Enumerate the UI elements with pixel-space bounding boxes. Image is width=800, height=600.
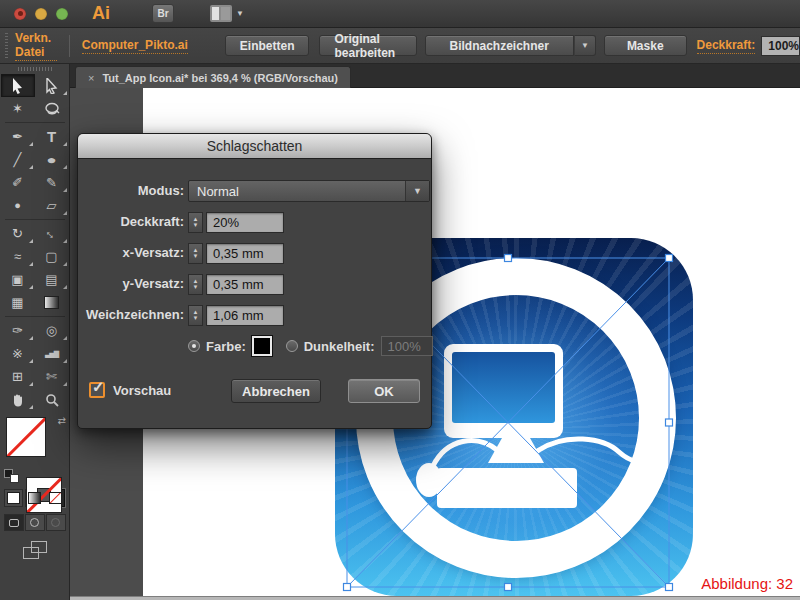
modus-value: Normal: [189, 184, 405, 199]
tool-free-transform[interactable]: ▢: [35, 245, 69, 268]
tools-panel: ✶ ✒ T ╱ ● ✐ ✎ ● ▱ ↻ ↔ ≈ ▢ ▣ ▤ ▦: [0, 64, 70, 600]
lasso-icon: [44, 102, 60, 116]
tool-column-graph[interactable]: ▃▅▇: [35, 342, 69, 365]
deckkraft-label: Deckkraft:: [78, 214, 184, 229]
chevron-down-icon: ▼: [236, 9, 244, 18]
tool-scale[interactable]: ↔: [35, 222, 69, 245]
tool-type[interactable]: T: [35, 125, 69, 148]
control-bar: Verkn. Datei Computer_Pikto.ai Einbetten…: [0, 28, 800, 64]
weichzeichnen-stepper[interactable]: ▲ ▼: [188, 305, 203, 326]
figure-caption: Abbildung: 32: [648, 575, 793, 592]
tool-slice[interactable]: ✄: [35, 365, 69, 388]
cancel-button[interactable]: Abbrechen: [231, 379, 321, 403]
tool-magic-wand[interactable]: ✶: [1, 97, 35, 120]
tool-rotate[interactable]: ↻: [1, 222, 35, 245]
draw-inside-button[interactable]: [46, 514, 66, 531]
image-trace-combo: Bildnachzeichner ▼: [425, 35, 596, 56]
tool-symbol-sprayer[interactable]: ※: [1, 342, 35, 365]
dunkelheit-label: Dunkelheit:: [304, 339, 375, 354]
tool-pencil[interactable]: ✎: [35, 171, 69, 194]
panel-grip-icon[interactable]: [5, 33, 8, 59]
tool-direct-selection[interactable]: [35, 74, 69, 97]
tool-line-segment[interactable]: ╱: [1, 148, 35, 171]
tool-eyedropper[interactable]: ✑: [1, 319, 35, 342]
farbe-radio[interactable]: [188, 340, 200, 352]
draw-normal-button[interactable]: [4, 514, 24, 531]
tool-blob-brush[interactable]: ●: [1, 194, 35, 217]
swap-fill-stroke-icon[interactable]: ⇄: [58, 415, 66, 426]
tool-perspective-grid[interactable]: ▤: [35, 268, 69, 291]
stepper-down-icon[interactable]: ▼: [193, 284, 199, 290]
tool-shape-builder[interactable]: ▣: [1, 268, 35, 291]
vorschau-checkbox[interactable]: ✓: [89, 382, 105, 398]
stepper-down-icon[interactable]: ▼: [193, 222, 199, 228]
toolbar-grip-icon[interactable]: [0, 64, 69, 74]
ok-button[interactable]: OK: [348, 379, 420, 403]
weichzeichnen-field[interactable]: 1,06 mm: [206, 305, 284, 326]
illustrator-window: Ai Br ▼ Verkn. Datei Computer_Pikto.ai E…: [0, 0, 800, 600]
tool-blend[interactable]: ◎: [35, 319, 69, 342]
window-bottom-edge: [70, 596, 800, 600]
deckkraft-field[interactable]: 20%: [206, 212, 284, 233]
tool-ellipse[interactable]: ●: [35, 148, 69, 171]
color-button[interactable]: [4, 489, 23, 507]
deckkraft-stepper[interactable]: ▲ ▼: [188, 212, 203, 233]
mask-button[interactable]: Maske: [604, 35, 687, 56]
tool-width[interactable]: ≈: [1, 245, 35, 268]
tool-lasso[interactable]: [35, 97, 69, 120]
close-button[interactable]: [14, 8, 26, 20]
screen-mode-button[interactable]: [23, 541, 47, 559]
vorschau-label: Vorschau: [113, 383, 171, 398]
stepper-down-icon[interactable]: ▼: [193, 315, 199, 321]
tool-paintbrush[interactable]: ✐: [1, 171, 35, 194]
dropdown-arrow-icon[interactable]: ▼: [405, 181, 429, 201]
workspace-switcher[interactable]: ▼: [210, 5, 244, 22]
workspace-layout-icon: [210, 5, 232, 22]
linked-file-label[interactable]: Verkn. Datei: [15, 31, 57, 61]
bridge-button[interactable]: Br: [152, 4, 174, 23]
stepper-down-icon[interactable]: ▼: [193, 253, 199, 259]
check-icon: ✓: [92, 378, 105, 396]
y-versatz-field[interactable]: 0,35 mm: [206, 274, 284, 295]
tool-hand[interactable]: [1, 388, 35, 411]
tab-close-icon[interactable]: ×: [88, 72, 94, 84]
y-versatz-label: y-Versatz:: [78, 276, 184, 291]
dunkelheit-radio[interactable]: [286, 340, 298, 352]
dialog-title[interactable]: Schlagschatten: [78, 134, 431, 159]
minimize-button[interactable]: [35, 8, 47, 20]
fill-color-swatch[interactable]: [6, 417, 46, 457]
opacity-label[interactable]: Deckkraft:: [697, 38, 756, 54]
draw-behind-button[interactable]: [25, 514, 45, 531]
magnifier-icon: [45, 393, 59, 407]
weichzeichnen-label: Weichzeichnen:: [78, 307, 184, 322]
drawing-modes: [0, 514, 69, 531]
menu-bar: Ai Br ▼: [0, 0, 800, 28]
embed-button[interactable]: Einbetten: [225, 35, 310, 56]
farbe-label: Farbe:: [206, 339, 246, 354]
gradient-swatch-icon: [44, 296, 59, 309]
fill-stroke-cluster: ⇄: [0, 415, 69, 477]
divider: [69, 35, 70, 57]
image-trace-button[interactable]: Bildnachzeichner: [425, 35, 574, 56]
x-versatz-stepper[interactable]: ▲ ▼: [188, 243, 203, 264]
tool-mesh[interactable]: ▦: [1, 291, 35, 314]
tool-pen[interactable]: ✒: [1, 125, 35, 148]
y-versatz-stepper[interactable]: ▲ ▼: [188, 274, 203, 295]
tool-gradient[interactable]: [35, 291, 69, 314]
document-tab[interactable]: × Tut_App Icon.ai* bei 369,4 % (RGB/Vors…: [75, 66, 351, 88]
modus-dropdown[interactable]: Normal ▼: [188, 180, 430, 202]
tool-artboard[interactable]: ⊞: [1, 365, 35, 388]
dunkelheit-field[interactable]: 100%: [381, 336, 433, 356]
default-fill-stroke-icon[interactable]: [4, 469, 19, 483]
opacity-value-field[interactable]: 100%: [761, 36, 800, 56]
tool-selection[interactable]: [1, 74, 35, 97]
shadow-color-swatch[interactable]: [252, 336, 272, 356]
tool-eraser[interactable]: ▱: [35, 194, 69, 217]
tool-zoom[interactable]: [35, 388, 69, 411]
x-versatz-field[interactable]: 0,35 mm: [206, 243, 284, 264]
filename-link[interactable]: Computer_Pikto.ai: [82, 38, 188, 54]
edit-original-button[interactable]: Original bearbeiten: [319, 35, 416, 56]
image-trace-dropdown-arrow-icon[interactable]: ▼: [574, 35, 596, 56]
zoom-button[interactable]: [56, 8, 68, 20]
drop-shadow-dialog: Schlagschatten Modus: Normal ▼ Deckkraft…: [77, 133, 432, 429]
